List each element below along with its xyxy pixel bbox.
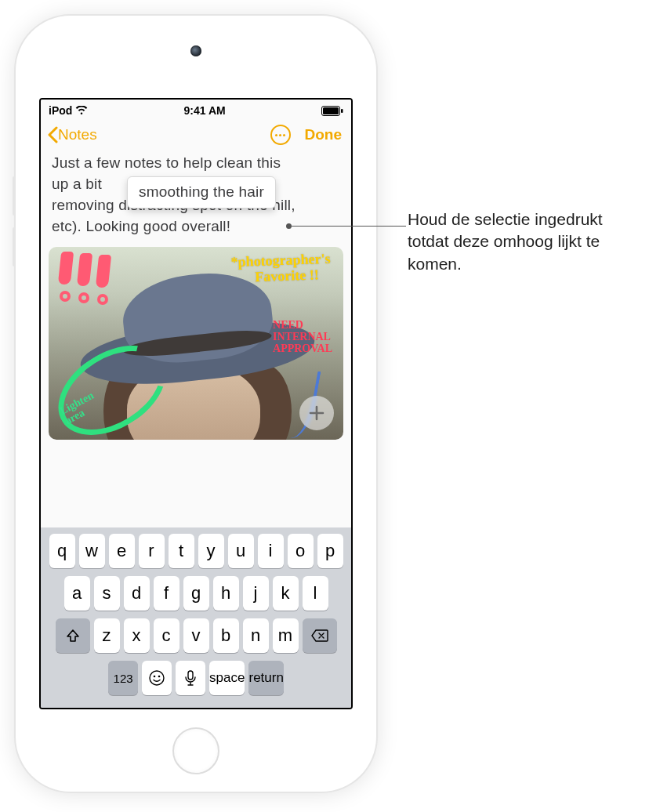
key-u[interactable]: u	[228, 534, 254, 568]
device-frame: iPod 9:41 AM Notes Done	[16, 16, 376, 792]
note-line: Just a few notes to help clean this	[52, 153, 340, 174]
key-t[interactable]: t	[169, 534, 194, 568]
chevron-left-icon	[47, 126, 58, 143]
approval-annotation: NEED INTERNAL APPROVAL	[273, 319, 332, 354]
return-key[interactable]: return	[248, 661, 283, 695]
key-p[interactable]: p	[317, 534, 343, 568]
dictation-key[interactable]	[176, 661, 205, 695]
device-label: iPod	[49, 104, 72, 117]
svg-point-3	[150, 671, 164, 685]
red-exclamation-annotation	[60, 252, 122, 306]
key-e[interactable]: e	[109, 534, 135, 568]
key-v[interactable]: v	[183, 618, 209, 653]
key-h[interactable]: h	[213, 576, 239, 611]
key-n[interactable]: n	[243, 618, 269, 653]
ellipsis-icon	[275, 134, 285, 136]
key-l[interactable]: l	[303, 576, 328, 611]
key-k[interactable]: k	[273, 576, 299, 611]
key-r[interactable]: r	[139, 534, 165, 568]
shift-key[interactable]	[56, 618, 90, 653]
keyboard-row-2: a s d f g h j k l	[44, 576, 348, 611]
key-d[interactable]: d	[124, 576, 150, 611]
plus-icon	[307, 404, 326, 422]
emoji-icon	[148, 669, 165, 687]
home-button[interactable]	[172, 727, 219, 774]
callout-leader-line	[289, 226, 406, 227]
key-w[interactable]: w	[79, 534, 105, 568]
done-button[interactable]: Done	[305, 126, 343, 143]
back-label: Notes	[58, 126, 97, 143]
wifi-icon	[75, 106, 88, 115]
key-y[interactable]: y	[198, 534, 224, 568]
svg-rect-1	[323, 107, 339, 114]
numbers-key[interactable]: 123	[108, 661, 138, 695]
keyboard: q w e r t y u i o p a s d f g h j k l	[41, 527, 351, 708]
volume-up-button[interactable]	[13, 176, 16, 216]
key-a[interactable]: a	[64, 576, 90, 611]
backspace-key[interactable]	[303, 618, 337, 653]
key-z[interactable]: z	[94, 618, 120, 653]
backspace-icon	[310, 629, 329, 643]
microphone-icon	[184, 669, 197, 687]
volume-down-button[interactable]	[13, 227, 16, 266]
key-i[interactable]: i	[258, 534, 284, 568]
svg-point-4	[154, 676, 156, 678]
keyboard-row-1: q w e r t y u i o p	[44, 534, 348, 568]
text-selection-popup[interactable]: smoothing the hair	[127, 176, 276, 208]
add-attachment-button[interactable]	[299, 396, 334, 430]
favorite-annotation: *photographer's Favorite !!	[230, 252, 331, 286]
note-text[interactable]: Just a few notes to help clean this up a…	[41, 153, 351, 237]
clock: 9:41 AM	[184, 104, 226, 117]
key-q[interactable]: q	[49, 534, 75, 568]
space-key[interactable]: space	[209, 661, 245, 695]
image-attachment[interactable]: *photographer's Favorite !! NEED INTERNA…	[49, 247, 343, 440]
svg-rect-2	[341, 109, 343, 113]
svg-rect-6	[188, 671, 193, 680]
key-s[interactable]: s	[94, 576, 120, 611]
key-f[interactable]: f	[154, 576, 179, 611]
key-o[interactable]: o	[288, 534, 314, 568]
note-line: etc). Looking good overall!	[52, 216, 340, 237]
key-x[interactable]: x	[124, 618, 150, 653]
callout-text: Houd de selectie ingedrukt totdat deze o…	[408, 208, 635, 275]
key-m[interactable]: m	[273, 618, 299, 653]
more-button[interactable]	[270, 125, 291, 145]
screen: iPod 9:41 AM Notes Done	[39, 98, 353, 709]
battery-icon	[321, 106, 343, 116]
emoji-key[interactable]	[142, 661, 172, 695]
shift-icon	[65, 628, 81, 643]
status-bar: iPod 9:41 AM	[41, 100, 351, 118]
front-camera	[190, 45, 201, 56]
key-j[interactable]: j	[243, 576, 269, 611]
svg-point-5	[158, 676, 161, 678]
key-b[interactable]: b	[213, 618, 239, 653]
key-g[interactable]: g	[183, 576, 209, 611]
keyboard-row-4: 123 space return	[44, 661, 348, 695]
nav-bar: Notes Done	[41, 118, 351, 153]
key-c[interactable]: c	[154, 618, 179, 653]
back-button[interactable]: Notes	[47, 126, 97, 143]
keyboard-row-3: z x c v b n m	[44, 618, 348, 653]
